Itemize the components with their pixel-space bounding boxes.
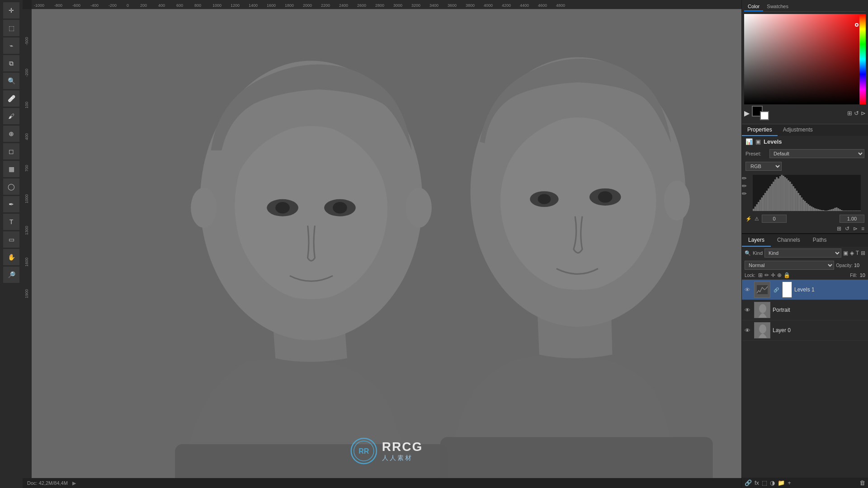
gradient-tool[interactable]: ▦ [3,161,19,177]
layer-link-icon-levels1: 🔗 [774,287,779,292]
clone-tool[interactable]: ⊕ [3,126,19,142]
svg-rect-73 [773,182,774,211]
svg-point-56 [664,180,690,221]
filter-pixel-icon[interactable]: ▣ [843,250,848,256]
svg-text:600: 600 [176,3,183,8]
svg-rect-106 [827,210,829,211]
add-mask-btn[interactable]: ⬚ [762,479,767,486]
clip-highlights-icon[interactable]: ↺ [845,225,849,232]
tab-channels[interactable]: Channels [771,234,807,247]
lock-position-icon[interactable]: ✛ [771,272,775,278]
lock-all-icon[interactable]: 🔒 [783,272,790,278]
layer-visibility-levels1[interactable]: 👁 [745,286,752,293]
input-gamma[interactable]: 1.00 [840,215,864,223]
layer-name-layer0[interactable]: Layer 0 [773,327,865,333]
lock-pixels-icon[interactable]: ✏ [764,272,769,278]
color-picker-gradient-box[interactable] [744,14,866,104]
svg-text:2400: 2400 [339,3,348,8]
reset-icon[interactable]: ⊳ [853,225,858,232]
svg-rect-93 [806,203,808,211]
svg-rect-63 [756,204,758,211]
heal-tool[interactable]: 🩹 [3,90,19,107]
levels-chart-icon: 📊 [745,138,753,145]
fill-value[interactable]: 10 [860,272,865,278]
filter-adj-icon[interactable]: ◈ [850,250,854,256]
eraser-tool[interactable]: ◻ [3,143,19,160]
add-adjustment-btn[interactable]: ◑ [770,479,775,486]
svg-rect-99 [816,209,818,211]
text-tool[interactable]: T [3,214,19,230]
svg-rect-72 [771,184,773,211]
tab-adjustments[interactable]: Adjustments [778,124,818,136]
white-point-eyedropper[interactable]: ✏ [742,190,747,197]
svg-rect-110 [834,208,836,211]
svg-point-44 [275,202,290,213]
add-group-btn[interactable]: 📁 [778,479,785,486]
channel-dropdown[interactable]: RGB Red Green Blue [745,162,782,171]
gray-point-eyedropper[interactable]: ✏ [742,183,747,189]
shape-tool[interactable]: ▭ [3,231,19,248]
clip-shadows-icon[interactable]: ⊞ [837,225,841,232]
delete-layer-btn[interactable]: 🗑 [859,479,865,486]
tab-layers[interactable]: Layers [742,234,771,247]
panel-icon-2[interactable]: ↺ [854,110,859,117]
layer-item-portrait[interactable]: 👁 Portrait [742,300,868,320]
more-icon[interactable]: ≡ [861,225,864,232]
svg-text:800: 800 [194,3,201,8]
layer-item-levels1[interactable]: 👁 🔗 Levels 1 [742,280,868,300]
layer-thumb-layer0 [754,322,770,338]
svg-text:3600: 3600 [448,3,457,8]
blend-mode-dropdown[interactable]: Normal Multiply Screen Overlay [745,261,834,270]
input-black-point[interactable]: 0 [762,215,787,223]
layer-name-levels1[interactable]: Levels 1 [794,286,865,293]
selection-tool[interactable]: ⬚ [3,20,19,36]
svg-text:-500: -500 [24,37,29,45]
move-tool[interactable]: ✛ [3,2,19,19]
filter-smart-icon[interactable]: ⊞ [861,250,865,256]
layer-name-portrait[interactable]: Portrait [773,307,865,313]
tab-properties[interactable]: Properties [742,124,778,136]
panel-icon-3[interactable]: ⊳ [861,110,866,117]
add-layer-btn[interactable]: + [788,479,791,486]
svg-rect-89 [799,195,801,211]
hand-tool[interactable]: ✋ [3,249,19,265]
brush-tool[interactable]: 🖌 [3,108,19,124]
layer-item-layer0[interactable]: 👁 Layer 0 [742,320,868,341]
tab-paths[interactable]: Paths [807,234,833,247]
svg-text:100: 100 [24,102,29,108]
dodge-tool[interactable]: ◯ [3,178,19,195]
play-button[interactable]: ▶ [744,109,750,117]
lasso-tool[interactable]: ⌁ [3,38,19,54]
layer-visibility-portrait[interactable]: 👁 [745,307,752,314]
levels-auto-btn[interactable]: ⚡ [745,216,752,222]
filter-type-icon[interactable]: T [856,250,859,256]
opacity-value[interactable]: 10 [854,263,865,268]
tab-swatches[interactable]: Swatches [763,2,792,11]
sculpture-canvas[interactable]: RR RRCG 人人素材 [32,9,741,478]
lock-transparent-icon[interactable]: ⊞ [758,272,763,278]
fill-label: Fill: [850,273,857,278]
crop-tool[interactable]: ⧉ [3,55,19,71]
kind-dropdown[interactable]: Kind [764,249,841,258]
panel-icon-1[interactable]: ⊞ [847,110,852,117]
link-layers-btn[interactable]: 🔗 [745,479,752,486]
tab-color[interactable]: Color [744,2,763,11]
layer-visibility-layer0[interactable]: 👁 [745,327,752,334]
svg-rect-113 [839,209,841,211]
black-point-eyedropper[interactable]: ✏ [742,175,747,182]
canvas-main[interactable]: RR RRCG 人人素材 [32,9,741,478]
pen-tool[interactable]: ✒ [3,196,19,212]
zoom-tool[interactable]: 🔎 [3,267,19,283]
svg-rect-111 [836,207,838,211]
layer-thumb-portrait [754,302,770,318]
eyedropper-tool[interactable]: 🔍 [3,73,19,89]
svg-text:1800: 1800 [285,3,294,8]
svg-rect-122 [854,211,856,211]
svg-text:400: 400 [158,3,165,8]
lock-artboard-icon[interactable]: ⊕ [777,272,782,278]
lock-label: Lock: [745,273,755,278]
preset-dropdown[interactable]: Default Custom [769,149,864,158]
add-style-btn[interactable]: fx [755,479,759,486]
background-color[interactable] [760,111,769,120]
svg-text:1600: 1600 [24,258,29,267]
